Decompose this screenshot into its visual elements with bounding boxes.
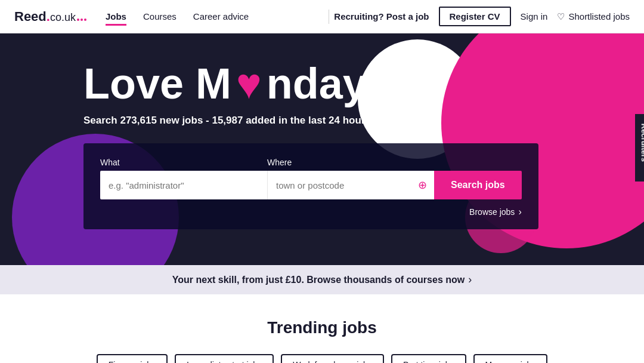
recruiting-text: Recruiting? [334,11,383,21]
nav-item-jobs[interactable]: Jobs [106,11,126,22]
trending-section: Trending jobs Finance jobsImmediate star… [0,294,644,363]
logo-reed: Reed [14,9,47,24]
trending-row-1: Finance jobsImmediate start jobsWork fro… [48,354,596,363]
heart-icon: ♡ [557,11,565,22]
trending-title: Trending jobs [48,318,596,337]
browse-jobs-label: Browse jobs [469,207,515,217]
navbar: Reed.co.uk Jobs Courses Career advice Re… [0,0,644,33]
courses-banner[interactable]: Your next skill, from just £10. Browse t… [0,265,644,294]
nav-item-career-advice[interactable]: Career advice [193,11,249,22]
job-tag-button[interactable]: Part time jobs [391,354,466,363]
chevron-up-icon: ⌃ [640,165,645,172]
hero-title-part2: ndays [267,62,391,105]
where-wrapper: ⊕ [267,171,434,199]
nav-right: Recruiting? Post a job Register CV Sign … [334,7,630,26]
courses-banner-arrow-icon: › [468,273,472,286]
what-label: What [100,158,267,167]
where-label: Where [267,158,434,167]
logo[interactable]: Reed.co.uk [14,9,86,24]
chevron-right-icon: › [518,207,521,217]
recruiters-label: Recruiters [640,124,645,162]
nav-divider [329,10,329,24]
search-box: What Where ⊕ Search jobs Browse jobs › [83,143,538,229]
recruiters-tab[interactable]: Recruiters ⌃ [635,114,645,182]
nav-links: Jobs Courses Career advice [106,11,324,22]
job-tag-button[interactable]: Immediate start jobs [175,354,274,363]
sign-in-button[interactable]: Sign in [521,11,548,21]
location-icon[interactable]: ⊕ [418,179,427,192]
post-a-job-link[interactable]: Recruiting? Post a job [334,11,429,21]
hero-heart-icon: ♥ [236,62,262,105]
what-input[interactable] [100,171,267,199]
search-row: What Where ⊕ Search jobs [100,158,522,199]
where-field: Where ⊕ [267,158,434,199]
hero-section: Love M♥ndays Search 273,615 new jobs - 1… [0,33,644,265]
hero-subtitle: Search 273,615 new jobs - 15,987 added i… [83,115,644,127]
job-tag-button[interactable]: Finance jobs [97,354,168,363]
shortlisted-jobs-link[interactable]: ♡ Shortlisted jobs [557,11,630,22]
job-tag-button[interactable]: Manager jobs [473,354,548,363]
job-tag-button[interactable]: Work from home jobs [281,354,384,363]
hero-title-part1: Love M [83,62,231,105]
what-field: What [100,158,267,199]
nav-item-courses[interactable]: Courses [143,11,177,22]
shortlisted-label: Shortlisted jobs [568,11,630,21]
register-cv-button[interactable]: Register CV [439,7,511,26]
courses-banner-text: Your next skill, from just £10. Browse t… [172,275,465,285]
hero-title: Love M♥ndays [83,62,644,105]
where-input[interactable] [267,171,434,199]
browse-jobs-link[interactable]: Browse jobs › [469,207,522,217]
post-job-label: Post a job [386,11,429,21]
search-button[interactable]: Search jobs [434,171,522,199]
